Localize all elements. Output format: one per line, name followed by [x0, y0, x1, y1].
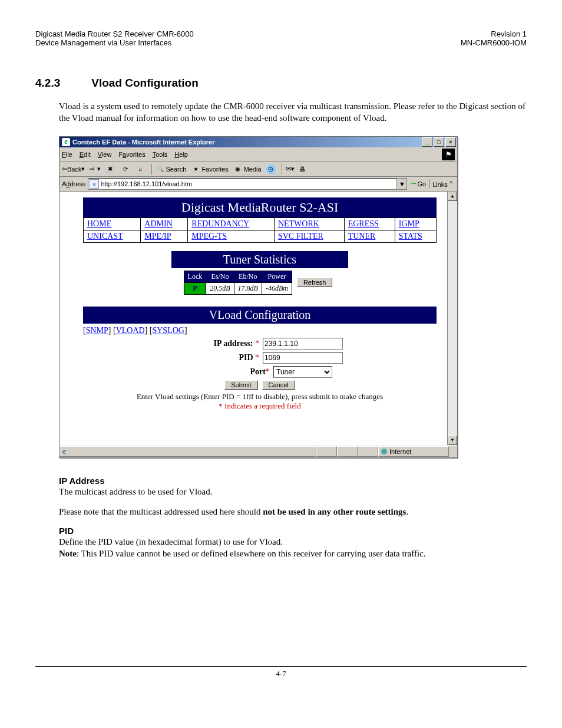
- favorites-button[interactable]: ★Favorites: [191, 164, 228, 174]
- go-button[interactable]: ⤳Go: [411, 180, 426, 187]
- section-title-text: Vload Configuration: [91, 77, 199, 89]
- mail-button[interactable]: ✉▾: [286, 165, 295, 173]
- col-power: Power: [262, 271, 292, 282]
- print-button[interactable]: 🖶: [299, 166, 306, 173]
- window-titlebar: e Comtech EF Data - Microsoft Internet E…: [59, 137, 457, 147]
- val-lock: P: [184, 282, 206, 294]
- toolbar: ⇦ Back ▾ ⇨ ▾ ✖ ⟳ ⌂ 🔍Search ★Favorites ◉M…: [59, 162, 457, 177]
- page-viewport: Digicast MediaRouter S2-ASI HOME ADMIN R…: [59, 192, 457, 445]
- cancel-button[interactable]: Cancel: [262, 380, 295, 390]
- refresh-button[interactable]: ⟳: [121, 164, 131, 174]
- nav-stats[interactable]: STATS: [399, 232, 422, 241]
- pid-heading: PID: [59, 526, 527, 536]
- admin-sublinks: [SNMP] [VLOAD] [SYSLOG]: [83, 326, 437, 335]
- scroll-up-icon[interactable]: ▲: [448, 192, 457, 201]
- nav-egress[interactable]: EGRESS: [348, 219, 379, 228]
- scroll-down-icon[interactable]: ▼: [448, 436, 457, 445]
- header-right-line1: Revision 1: [461, 29, 527, 38]
- menubar: File Edit View Favorites Tools Help ⚑: [59, 147, 457, 162]
- val-esno: 20.5dB: [206, 282, 234, 294]
- tuner-stats-heading: Tuner Statistics: [171, 251, 348, 268]
- sublink-vload[interactable]: VLOAD: [116, 326, 145, 335]
- ip-address-desc: The multicast address to be used for Vlo…: [59, 486, 527, 498]
- forward-button[interactable]: ⇨ ▾: [90, 165, 100, 173]
- internet-zone-icon: [381, 449, 387, 454]
- address-url: http://192.168.12.101/vload.htm: [101, 180, 192, 187]
- page-running-header: Digicast Media Router S2 Receiver CMR-60…: [35, 29, 527, 47]
- ip-address-note: Please note that the multicast addressed…: [59, 506, 527, 518]
- search-button[interactable]: 🔍Search: [156, 164, 187, 174]
- address-bar: Address e http://192.168.12.101/vload.ht…: [59, 177, 457, 192]
- menu-favorites[interactable]: Favorites: [118, 151, 145, 158]
- submit-button[interactable]: Submit: [224, 380, 257, 390]
- stop-button[interactable]: ✖: [105, 164, 116, 174]
- address-input[interactable]: e http://192.168.12.101/vload.htm: [88, 178, 397, 190]
- menu-help[interactable]: Help: [174, 151, 188, 158]
- menu-edit[interactable]: Edit: [80, 151, 91, 158]
- form-note: Enter Vload settings (Enter PID = 1fff t…: [83, 392, 437, 401]
- ip-label: IP address:: [213, 339, 253, 348]
- home-button[interactable]: ⌂: [136, 164, 147, 174]
- window-title: Comtech EF Data - Microsoft Internet Exp…: [72, 139, 421, 146]
- nav-redundancy[interactable]: REDUNDANCY: [191, 219, 249, 228]
- pid-input[interactable]: [263, 352, 343, 364]
- site-nav: HOME ADMIN REDUNDANCY NETWORK EGRESS IGM…: [83, 218, 437, 243]
- page-icon: e: [90, 179, 99, 189]
- ip-address-heading: IP Address: [59, 476, 527, 486]
- menu-tools[interactable]: Tools: [153, 151, 168, 158]
- header-left-line1: Digicast Media Router S2 Receiver CMR-60…: [35, 29, 194, 38]
- nav-igmp[interactable]: IGMP: [399, 219, 419, 228]
- minimize-button[interactable]: _: [422, 137, 432, 147]
- vload-heading: VLoad Configuration: [83, 307, 437, 324]
- section-intro-paragraph: Vload is a system used to remotely updat…: [59, 100, 527, 124]
- nav-home[interactable]: HOME: [87, 219, 111, 228]
- address-label: Address: [62, 180, 85, 187]
- header-left-line2: Device Management via User Interfaces: [35, 38, 194, 47]
- page-footer: 4-7: [35, 666, 527, 678]
- val-ebno: 17.8dB: [234, 282, 262, 294]
- pid-note: Note: This PID value cannot be used or d…: [59, 548, 527, 559]
- page-banner: Digicast MediaRouter S2-ASI: [83, 197, 437, 218]
- menu-file[interactable]: File: [62, 151, 72, 158]
- tuner-stats-table: Lock Es/No Eb/No Power Refresh P 20.5dB …: [184, 271, 336, 295]
- section-heading: 4.2.3 Vload Configuration: [35, 77, 527, 90]
- col-esno: Es/No: [206, 271, 234, 282]
- status-bar: e Internet: [59, 445, 457, 457]
- sublink-snmp[interactable]: SNMP: [86, 326, 108, 335]
- browser-window: e Comtech EF Data - Microsoft Internet E…: [59, 136, 458, 458]
- required-note: * Indicates a required field: [83, 401, 437, 411]
- nav-network[interactable]: NETWORK: [278, 219, 319, 228]
- section-number: 4.2.3: [35, 77, 88, 90]
- col-ebno: Eb/No: [234, 271, 262, 282]
- nav-admin[interactable]: ADMIN: [144, 219, 172, 228]
- port-label: Port: [250, 367, 266, 376]
- sublink-syslog[interactable]: SYSLOG: [152, 326, 184, 335]
- ip-address-input[interactable]: [263, 338, 343, 350]
- pid-desc: Define the PID value (in hexadecimal for…: [59, 536, 527, 548]
- nav-mpegts[interactable]: MPEG-TS: [191, 232, 227, 241]
- nav-tuner[interactable]: TUNER: [348, 232, 376, 241]
- ie-throbber-icon: ⚑: [442, 149, 455, 160]
- port-select[interactable]: Tuner: [273, 366, 332, 378]
- back-button[interactable]: ⇦ Back ▾: [62, 165, 85, 173]
- header-right-line2: MN-CMR6000-IOM: [461, 38, 527, 47]
- nav-unicast[interactable]: UNICAST: [87, 232, 123, 241]
- internet-zone-label: Internet: [389, 448, 411, 455]
- vertical-scrollbar[interactable]: ▲ ▼: [447, 192, 457, 445]
- col-lock: Lock: [184, 271, 206, 282]
- pid-label: PID: [239, 353, 253, 362]
- media-button[interactable]: ◉Media: [233, 164, 262, 174]
- nav-svcfilter[interactable]: SVC FILTER: [278, 232, 323, 241]
- refresh-button[interactable]: Refresh: [297, 278, 333, 287]
- links-button[interactable]: Links »: [429, 179, 455, 188]
- nav-mpeip[interactable]: MPE/IP: [144, 232, 171, 241]
- maximize-button[interactable]: □: [434, 137, 444, 147]
- close-button[interactable]: ×: [445, 137, 456, 147]
- ie-status-icon: e: [62, 448, 66, 455]
- history-button[interactable]: ◷: [266, 164, 277, 174]
- val-power: -46dBm: [262, 282, 292, 294]
- address-dropdown-button[interactable]: ▼: [397, 178, 407, 190]
- ie-logo-icon: e: [62, 138, 70, 146]
- menu-view[interactable]: View: [98, 151, 112, 158]
